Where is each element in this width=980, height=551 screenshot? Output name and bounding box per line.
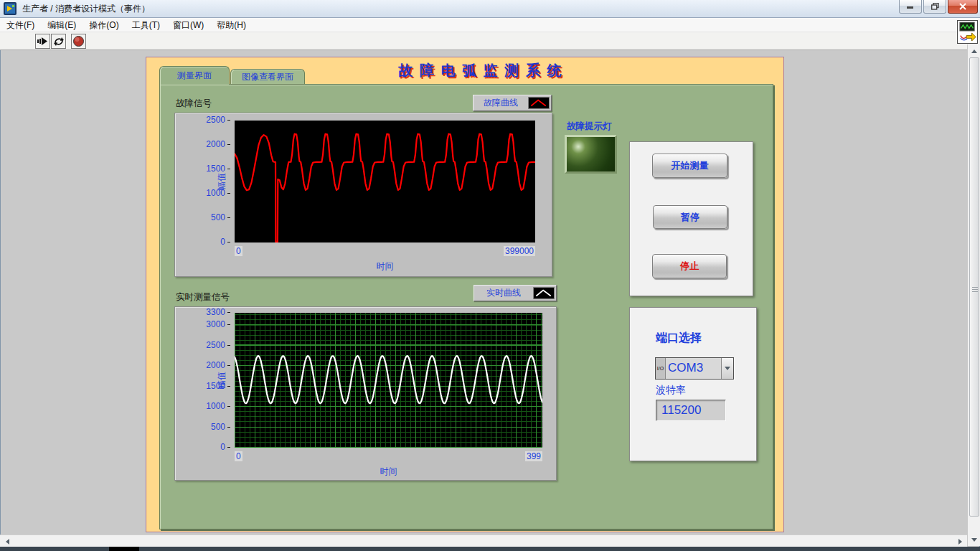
baud-rate-value[interactable]: 115200: [656, 400, 726, 421]
tab-measurement[interactable]: 测量界面: [159, 66, 230, 85]
arrow-left-icon: [3, 539, 9, 545]
menu-tools[interactable]: 工具(T): [126, 18, 166, 32]
close-icon: [959, 3, 966, 10]
realtime-chart-y-axis: 0500100015002000250030003300: [175, 307, 232, 480]
y-tick-label: 2000: [206, 360, 230, 370]
realtime-legend-line-swatch: [533, 287, 555, 299]
run-continuous-icon: [53, 36, 65, 47]
y-tick-label: 1000: [206, 401, 230, 411]
y-tick-label: 1000: [206, 188, 230, 198]
fault-chart-title: 故障信号: [176, 98, 212, 110]
y-tick-label: 2500: [206, 340, 230, 350]
baud-rate-label: 波特率: [656, 384, 686, 397]
realtime-signal-chart: 幅值 0500100015002000250030003300 0399 时间: [174, 306, 557, 481]
fault-led-indicator: [565, 135, 617, 174]
realtime-chart-title: 实时测量信号: [176, 291, 230, 303]
y-tick-label: 3000: [206, 319, 230, 329]
start-measure-button[interactable]: 开始测量: [652, 154, 727, 178]
fault-chart-y-axis: 05001000150020002500: [175, 113, 232, 276]
chevron-down-icon: [725, 367, 730, 373]
run-continuous-button[interactable]: [51, 34, 66, 49]
menu-help[interactable]: 帮助(H): [210, 18, 253, 32]
com-port-dropdown-button[interactable]: [721, 358, 733, 379]
com-port-combobox[interactable]: I/O COM3: [655, 357, 734, 380]
y-tick-label: 500: [211, 422, 230, 432]
taskbar-peek: [109, 547, 139, 551]
scroll-left-button[interactable]: [1, 536, 12, 547]
visa-io-icon: I/O: [656, 358, 666, 379]
run-icon: [37, 36, 48, 47]
scroll-down-button[interactable]: [969, 534, 980, 545]
port-selection-panel: 端口选择 I/O COM3 波特率 115200: [629, 307, 757, 461]
fault-legend-line-swatch: [528, 97, 550, 109]
menu-file[interactable]: 文件(F): [0, 18, 41, 32]
close-button[interactable]: [948, 0, 978, 14]
realtime-legend-label: 实时曲线: [474, 287, 533, 299]
vertical-scrollbar[interactable]: [967, 44, 980, 546]
arrow-up-icon: [971, 47, 977, 53]
y-tick-label: 0: [220, 237, 230, 247]
menu-operate[interactable]: 操作(O): [83, 18, 125, 32]
toolbar: [0, 32, 980, 50]
system-title: 故 障 电 弧 监 测 系 统: [301, 61, 660, 80]
menu-bar: 文件(F) 编辑(E) 操作(O) 工具(T) 窗口(W) 帮助(H): [0, 18, 980, 32]
minimize-icon: [907, 4, 914, 10]
fault-chart-legend[interactable]: 故障曲线: [473, 95, 552, 111]
x-tick-label: 0: [235, 246, 242, 256]
x-tick-label: 399000: [504, 246, 535, 256]
vertical-scroll-thumb[interactable]: [969, 57, 979, 517]
app-icon: [4, 2, 17, 15]
abort-button[interactable]: [71, 34, 86, 49]
scroll-up-button[interactable]: [969, 45, 980, 56]
stop-button[interactable]: 停止: [652, 254, 727, 278]
tab-image-view[interactable]: 图像查看界面: [230, 69, 305, 85]
taskbar-edge: [0, 547, 980, 551]
arrow-down-icon: [971, 538, 977, 545]
run-button[interactable]: [35, 34, 50, 49]
scroll-grip: [972, 287, 978, 292]
realtime-chart-plot-area: [235, 313, 542, 448]
fault-chart-plot-area: [235, 121, 535, 242]
abort-icon: [72, 35, 85, 47]
fault-legend-label: 故障曲线: [473, 97, 528, 109]
menu-window[interactable]: 窗口(W): [166, 18, 210, 32]
fault-led-label: 故障提示灯: [567, 121, 612, 133]
port-select-title: 端口选择: [656, 331, 702, 346]
control-buttons-panel: 开始测量 暂停 停止: [629, 141, 753, 296]
restore-button[interactable]: [923, 0, 946, 14]
y-tick-label: 2000: [206, 139, 230, 149]
minimize-button[interactable]: [899, 0, 922, 14]
restore-icon: [931, 3, 939, 10]
com-port-value[interactable]: COM3: [666, 358, 721, 379]
y-tick-label: 2500: [206, 115, 230, 125]
fault-signal-chart: 幅值 05001000150020002500 0399000 时间: [174, 113, 552, 277]
window-title: 生产者 / 消费者设计模式（事件）: [22, 3, 150, 15]
title-bar: 生产者 / 消费者设计模式（事件）: [0, 0, 980, 18]
x-tick-label: 399: [525, 451, 542, 461]
y-tick-label: 1500: [206, 164, 230, 174]
fault-chart-x-axis: 0399000: [235, 246, 535, 258]
realtime-chart-x-axis: 0399: [235, 451, 542, 463]
y-tick-label: 500: [211, 212, 230, 222]
vi-thumbnail-icon[interactable]: [957, 20, 978, 44]
x-tick-label: 0: [235, 451, 242, 461]
y-tick-label: 0: [220, 442, 230, 452]
y-tick-label: 1500: [206, 381, 230, 391]
fault-chart-x-axis-label: 时间: [235, 260, 535, 273]
pause-button[interactable]: 暂停: [653, 205, 727, 229]
menu-edit[interactable]: 编辑(E): [41, 18, 83, 32]
scroll-right-button[interactable]: [955, 536, 966, 547]
realtime-chart-x-axis-label: 时间: [235, 466, 542, 478]
y-tick-label: 3300: [206, 307, 230, 317]
arrow-right-icon: [958, 539, 965, 545]
realtime-chart-legend[interactable]: 实时曲线: [473, 285, 557, 301]
application-window: 生产者 / 消费者设计模式（事件） 文件(F) 编辑(E) 操作(O) 工具(T…: [0, 0, 980, 551]
horizontal-scrollbar[interactable]: [0, 534, 967, 547]
